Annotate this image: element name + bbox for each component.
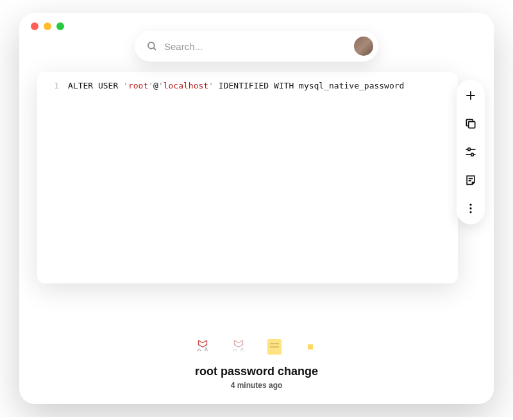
code-editor[interactable]: 1ALTER USER 'root'@'localhost' IDENTIFIE… <box>37 72 458 283</box>
svg-point-0 <box>148 42 155 49</box>
sticky-note-icon <box>267 339 282 355</box>
plus-icon <box>464 89 477 102</box>
code-line: 1ALTER USER 'root'@'localhost' IDENTIFIE… <box>47 81 448 90</box>
copy-icon <box>464 117 477 130</box>
line-number: 1 <box>47 81 59 90</box>
search-icon <box>146 40 158 52</box>
copy-button[interactable] <box>464 117 478 131</box>
window-maximize-dot[interactable] <box>56 22 64 30</box>
svg-point-12 <box>469 207 471 209</box>
thumb-sql-2[interactable] <box>230 338 248 356</box>
thumb-note[interactable] <box>265 338 283 356</box>
window-minimize-dot[interactable] <box>44 22 51 30</box>
sliders-icon <box>464 146 477 158</box>
app-window: 1ALTER USER 'root'@'localhost' IDENTIFIE… <box>19 13 494 404</box>
more-icon <box>464 202 477 215</box>
search-bar[interactable] <box>135 31 378 62</box>
square-icon <box>308 344 313 349</box>
action-sidebar <box>457 80 485 224</box>
avatar[interactable] <box>354 37 373 56</box>
note-icon <box>464 174 477 187</box>
settings-button[interactable] <box>464 145 478 159</box>
snippet-title: root password change <box>195 365 318 378</box>
svg-rect-8 <box>471 153 473 156</box>
search-input[interactable] <box>164 41 354 52</box>
add-button[interactable] <box>464 88 478 103</box>
note-button[interactable] <box>464 173 478 187</box>
svg-rect-4 <box>469 122 475 128</box>
svg-point-13 <box>469 211 471 213</box>
window-close-dot[interactable] <box>31 22 38 30</box>
svg-rect-7 <box>468 148 470 151</box>
more-button[interactable] <box>464 201 478 215</box>
footer: root password change 4 minutes ago <box>19 338 494 390</box>
code-text[interactable]: ALTER USER 'root'@'localhost' IDENTIFIED… <box>68 81 404 90</box>
thumb-row <box>194 338 319 356</box>
thumb-sql-1[interactable] <box>194 338 212 356</box>
svg-point-11 <box>469 204 471 206</box>
snippet-time: 4 minutes ago <box>231 381 283 390</box>
svg-line-1 <box>154 48 156 50</box>
thumb-mini[interactable] <box>301 338 319 356</box>
